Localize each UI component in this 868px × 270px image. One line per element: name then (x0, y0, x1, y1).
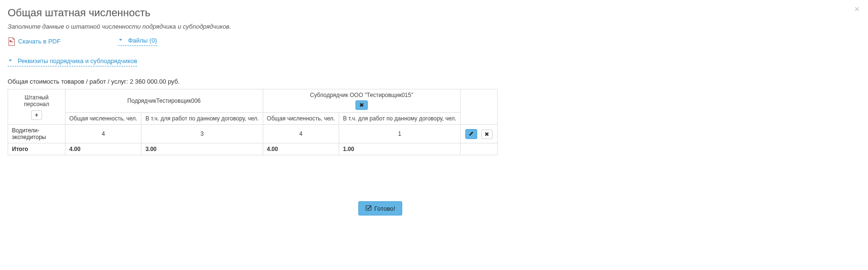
requisites-collapse-link[interactable]: Реквизиты подрядчика и субподрядчиков (8, 57, 137, 66)
check-icon (365, 205, 372, 212)
row-label: Водители-экспедиторы (8, 125, 65, 143)
row-s-total: 4 (263, 125, 339, 143)
add-staff-button[interactable]: + (31, 110, 42, 120)
download-pdf-link[interactable]: Скачать в PDF (8, 37, 61, 46)
close-icon: ✖ (484, 131, 489, 137)
page-subtitle: Заполните данные о штатной численности п… (8, 23, 753, 30)
row-s-contract: 1 (339, 125, 461, 143)
total-s-contract: 1.00 (339, 143, 461, 155)
close-icon: ✖ (359, 102, 364, 108)
pdf-icon (8, 37, 15, 46)
th-c-contract: В т.ч. для работ по данному договору, че… (141, 113, 263, 125)
total-label: Итого (8, 143, 65, 155)
th-subcontractor-label: Субподрядчик ООО "Тестировщик015" (267, 92, 457, 98)
th-c-total: Общая численность, чел. (65, 113, 141, 125)
files-label: Файлы (0) (128, 37, 157, 44)
total-s-total: 4.00 (263, 143, 339, 155)
total-c-contract: 3.00 (141, 143, 263, 155)
close-icon[interactable]: × (854, 5, 859, 13)
pencil-icon (469, 131, 474, 137)
th-staff: Штатный персонал + (8, 89, 65, 125)
delete-row-button[interactable]: ✖ (481, 130, 493, 139)
th-s-total: Общая численность, чел. (263, 113, 339, 125)
table-row: Водители-экспедиторы 4 3 4 1 ✖ (8, 125, 498, 143)
chevron-down-icon (8, 58, 13, 64)
th-subcontractor: Субподрядчик ООО "Тестировщик015" ✖ (263, 89, 461, 113)
total-cost-text: Общая стоимость товаров / работ / услуг:… (8, 78, 753, 85)
row-c-contract: 3 (141, 125, 263, 143)
chevron-down-icon (118, 37, 123, 43)
staff-table: Штатный персонал + ПодрядчикТестировщик0… (8, 89, 498, 155)
requisites-label: Реквизиты подрядчика и субподрядчиков (18, 57, 137, 65)
total-actions-empty (461, 143, 497, 155)
links-row: Скачать в PDF Файлы (0) (8, 37, 753, 46)
download-pdf-label: Скачать в PDF (18, 38, 61, 45)
table-total-row: Итого 4.00 3.00 4.00 1.00 (8, 143, 498, 155)
th-actions (461, 89, 497, 125)
total-c-total: 4.00 (65, 143, 141, 155)
remove-subcontractor-button[interactable]: ✖ (355, 100, 368, 110)
row-c-total: 4 (65, 125, 141, 143)
page-title: Общая штатная численность (8, 7, 753, 19)
plus-icon: + (35, 112, 38, 118)
ready-button[interactable]: Готово! (358, 201, 403, 216)
th-contractor: ПодрядчикТестировщик006 (65, 89, 263, 113)
th-staff-label: Штатный персонал (12, 94, 61, 108)
edit-row-button[interactable] (465, 129, 477, 139)
th-s-contract: В т.ч. для работ по данному договору, че… (339, 113, 461, 125)
ready-label: Готово! (375, 205, 396, 212)
files-collapse-link[interactable]: Файлы (0) (118, 37, 157, 46)
